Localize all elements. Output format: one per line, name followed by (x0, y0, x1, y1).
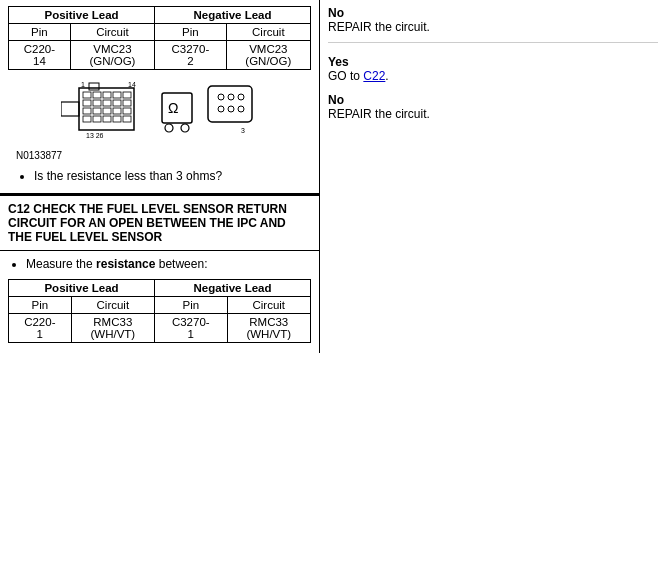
sub-header-circuit1: Circuit (70, 24, 154, 41)
right-panel-top: No REPAIR the circuit. (328, 6, 658, 43)
svg-text:13 26: 13 26 (86, 132, 104, 139)
svg-rect-19 (103, 116, 111, 122)
svg-point-34 (218, 106, 224, 112)
sub-header-pin2: Pin (155, 24, 227, 41)
c12-sub-circuit1: Circuit (71, 297, 154, 314)
negative-lead-header: Negative Lead (155, 7, 311, 24)
svg-rect-11 (123, 100, 131, 106)
svg-point-36 (238, 106, 244, 112)
svg-rect-0 (79, 88, 134, 130)
top-no-label: No (328, 6, 658, 20)
svg-point-29 (181, 124, 189, 132)
svg-rect-14 (103, 108, 111, 114)
row1-pin2: C3270-2 (155, 41, 227, 70)
sub-header-circuit2: Circuit (226, 24, 310, 41)
row1-circuit1: VMC23(GN/OG) (70, 41, 154, 70)
left-panel: Positive Lead Negative Lead Pin Circuit … (0, 0, 320, 353)
positive-lead-header: Positive Lead (9, 7, 155, 24)
c12-row1-circuit1: RMC33(WH/VT) (71, 314, 154, 343)
yes-label: Yes (328, 55, 658, 69)
main-container: Positive Lead Negative Lead Pin Circuit … (0, 0, 666, 353)
svg-text:1: 1 (81, 81, 85, 88)
svg-rect-9 (103, 100, 111, 106)
c12-row1-circuit2: RMC33(WH/VT) (227, 314, 310, 343)
svg-rect-5 (113, 92, 121, 98)
question-text-top: Is the resistance less than 3 ohms? (34, 169, 222, 183)
right-yes: Yes GO to C22. (328, 55, 658, 83)
right-panel-bottom: Yes GO to C22. No REPAIR the circuit. (328, 51, 658, 121)
c12-sub-circuit2: Circuit (227, 297, 310, 314)
diagram-label: N0133877 (8, 150, 311, 161)
c12-row1-pin1: C220-1 (9, 314, 72, 343)
svg-rect-20 (113, 116, 121, 122)
svg-rect-1 (89, 83, 99, 90)
no-text: REPAIR the circuit. (328, 107, 658, 121)
svg-rect-2 (83, 92, 91, 98)
top-section: Positive Lead Negative Lead Pin Circuit … (0, 0, 319, 194)
c12-header: C12 CHECK THE FUEL LEVEL SENSOR RETURN C… (0, 196, 319, 251)
row1-pin1: C220-14 (9, 41, 71, 70)
svg-rect-8 (93, 100, 101, 106)
svg-rect-3 (93, 92, 101, 98)
c12-positive-lead-header: Positive Lead (9, 280, 155, 297)
c12-sub-pin2: Pin (155, 297, 228, 314)
svg-text:14: 14 (128, 81, 136, 88)
svg-point-33 (238, 94, 244, 100)
connector-left-svg: 1 14 13 26 (61, 78, 151, 148)
connector-right-svg: 3 (203, 81, 258, 146)
diagram-label-text: N0133877 (16, 150, 62, 161)
top-no-text: REPAIR the circuit. (328, 20, 658, 34)
svg-rect-17 (83, 116, 91, 122)
yes-text: GO to C22. (328, 69, 658, 83)
svg-point-35 (228, 106, 234, 112)
svg-rect-7 (83, 100, 91, 106)
sub-header-pin1: Pin (9, 24, 71, 41)
svg-rect-15 (113, 108, 121, 114)
c12-row1-pin2: C3270-1 (155, 314, 228, 343)
svg-point-31 (218, 94, 224, 100)
svg-rect-16 (123, 108, 131, 114)
ohm-meter-svg: Ω (159, 88, 195, 138)
c12-header-text: C12 CHECK THE FUEL LEVEL SENSOR RETURN C… (8, 202, 287, 244)
svg-rect-6 (123, 92, 131, 98)
right-panel: No REPAIR the circuit. Yes GO to C22. No… (320, 0, 666, 353)
no-label: No (328, 93, 658, 107)
svg-rect-4 (103, 92, 111, 98)
svg-rect-13 (93, 108, 101, 114)
svg-text:3: 3 (241, 127, 245, 134)
connector-diagram: 1 14 13 26 Ω (8, 78, 311, 148)
right-no: No REPAIR the circuit. (328, 93, 658, 121)
svg-rect-21 (123, 116, 131, 122)
svg-rect-12 (83, 108, 91, 114)
svg-rect-10 (113, 100, 121, 106)
c12-body: Measure the resistance between: Positive… (0, 251, 319, 353)
svg-text:Ω: Ω (168, 100, 178, 116)
c22-link[interactable]: C22 (363, 69, 385, 83)
svg-point-28 (165, 124, 173, 132)
question-top: Is the resistance less than 3 ohms? (8, 169, 311, 183)
svg-rect-30 (208, 86, 252, 122)
svg-rect-22 (61, 102, 79, 116)
c12-body-intro: Measure the resistance between: (26, 257, 207, 271)
row1-circuit2: VMC23(GN/OG) (226, 41, 310, 70)
top-table: Positive Lead Negative Lead Pin Circuit … (8, 6, 311, 70)
c12-section: C12 CHECK THE FUEL LEVEL SENSOR RETURN C… (0, 194, 319, 353)
c12-sub-pin1: Pin (9, 297, 72, 314)
svg-point-32 (228, 94, 234, 100)
c12-table: Positive Lead Negative Lead Pin Circuit … (8, 279, 311, 343)
svg-rect-18 (93, 116, 101, 122)
c12-negative-lead-header: Negative Lead (155, 280, 311, 297)
